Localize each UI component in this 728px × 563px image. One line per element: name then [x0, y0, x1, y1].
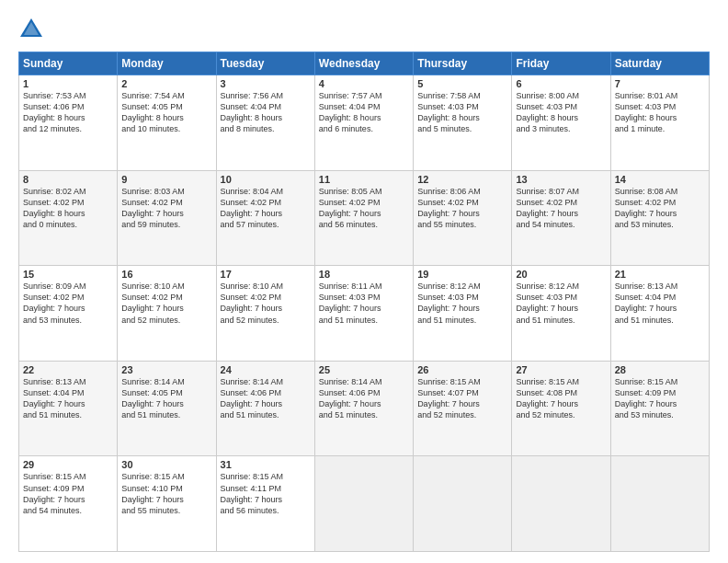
cell-info: Sunrise: 8:14 AM Sunset: 4:06 PM Dayligh…: [221, 376, 311, 421]
cell-info: Sunrise: 8:15 AM Sunset: 4:09 PM Dayligh…: [615, 376, 705, 421]
day-number: 6: [516, 78, 606, 89]
calendar-cell: 11Sunrise: 8:05 AM Sunset: 4:02 PM Dayli…: [314, 170, 413, 266]
page: SundayMondayTuesdayWednesdayThursdayFrid…: [0, 0, 728, 563]
day-number: 5: [417, 78, 507, 89]
calendar-cell: 3Sunrise: 7:56 AM Sunset: 4:04 PM Daylig…: [216, 75, 314, 171]
calendar-cell: 12Sunrise: 8:06 AM Sunset: 4:02 PM Dayli…: [414, 170, 512, 266]
day-number: 8: [23, 174, 113, 185]
calendar-header-monday: Monday: [118, 52, 216, 75]
day-number: 22: [23, 364, 113, 375]
cell-info: Sunrise: 7:57 AM Sunset: 4:04 PM Dayligh…: [319, 90, 409, 135]
calendar-cell: 28Sunrise: 8:15 AM Sunset: 4:09 PM Dayli…: [610, 361, 709, 456]
cell-info: Sunrise: 8:10 AM Sunset: 4:02 PM Dayligh…: [121, 281, 211, 326]
logo-icon: [18, 17, 44, 42]
day-number: 16: [121, 269, 211, 280]
calendar-cell: 26Sunrise: 8:15 AM Sunset: 4:07 PM Dayli…: [414, 361, 512, 456]
calendar-cell: 20Sunrise: 8:12 AM Sunset: 4:03 PM Dayli…: [512, 266, 610, 362]
cell-info: Sunrise: 8:03 AM Sunset: 4:02 PM Dayligh…: [121, 186, 211, 231]
calendar-header-row: SundayMondayTuesdayWednesdayThursdayFrid…: [19, 52, 710, 75]
calendar-cell: [512, 456, 610, 552]
calendar-cell: 25Sunrise: 8:14 AM Sunset: 4:06 PM Dayli…: [314, 361, 413, 456]
cell-info: Sunrise: 8:15 AM Sunset: 4:09 PM Dayligh…: [23, 471, 113, 516]
cell-info: Sunrise: 8:02 AM Sunset: 4:02 PM Dayligh…: [23, 186, 113, 231]
cell-info: Sunrise: 8:04 AM Sunset: 4:02 PM Dayligh…: [221, 186, 311, 231]
calendar-header-wednesday: Wednesday: [314, 52, 413, 75]
header: [18, 17, 710, 42]
day-number: 31: [221, 459, 311, 470]
calendar-header-saturday: Saturday: [610, 52, 709, 75]
cell-info: Sunrise: 8:01 AM Sunset: 4:03 PM Dayligh…: [615, 90, 705, 135]
calendar-cell: 30Sunrise: 8:15 AM Sunset: 4:10 PM Dayli…: [118, 456, 216, 552]
cell-info: Sunrise: 7:53 AM Sunset: 4:06 PM Dayligh…: [23, 90, 113, 135]
cell-info: Sunrise: 8:07 AM Sunset: 4:02 PM Dayligh…: [516, 186, 606, 231]
calendar-week-row: 1Sunrise: 7:53 AM Sunset: 4:06 PM Daylig…: [19, 75, 710, 171]
calendar-cell: 31Sunrise: 8:15 AM Sunset: 4:11 PM Dayli…: [216, 456, 314, 552]
day-number: 27: [516, 364, 606, 375]
cell-info: Sunrise: 8:10 AM Sunset: 4:02 PM Dayligh…: [221, 281, 311, 326]
calendar-cell: 27Sunrise: 8:15 AM Sunset: 4:08 PM Dayli…: [512, 361, 610, 456]
calendar-week-row: 15Sunrise: 8:09 AM Sunset: 4:02 PM Dayli…: [19, 266, 710, 362]
day-number: 2: [121, 78, 211, 89]
calendar-cell: 22Sunrise: 8:13 AM Sunset: 4:04 PM Dayli…: [19, 361, 118, 456]
calendar-cell: 1Sunrise: 7:53 AM Sunset: 4:06 PM Daylig…: [19, 75, 118, 171]
calendar-week-row: 29Sunrise: 8:15 AM Sunset: 4:09 PM Dayli…: [19, 456, 710, 552]
day-number: 19: [417, 269, 507, 280]
cell-info: Sunrise: 7:56 AM Sunset: 4:04 PM Dayligh…: [221, 90, 311, 135]
day-number: 1: [23, 78, 113, 89]
cell-info: Sunrise: 8:15 AM Sunset: 4:10 PM Dayligh…: [121, 471, 211, 516]
calendar-header-tuesday: Tuesday: [216, 52, 314, 75]
calendar-cell: 8Sunrise: 8:02 AM Sunset: 4:02 PM Daylig…: [19, 170, 118, 266]
calendar-cell: 13Sunrise: 8:07 AM Sunset: 4:02 PM Dayli…: [512, 170, 610, 266]
cell-info: Sunrise: 8:14 AM Sunset: 4:06 PM Dayligh…: [319, 376, 409, 421]
calendar-cell: 29Sunrise: 8:15 AM Sunset: 4:09 PM Dayli…: [19, 456, 118, 552]
day-number: 30: [121, 459, 211, 470]
cell-info: Sunrise: 8:15 AM Sunset: 4:07 PM Dayligh…: [417, 376, 507, 421]
cell-info: Sunrise: 8:13 AM Sunset: 4:04 PM Dayligh…: [23, 376, 113, 421]
calendar-cell: 10Sunrise: 8:04 AM Sunset: 4:02 PM Dayli…: [216, 170, 314, 266]
day-number: 18: [319, 269, 409, 280]
cell-info: Sunrise: 8:14 AM Sunset: 4:05 PM Dayligh…: [121, 376, 211, 421]
day-number: 11: [319, 174, 409, 185]
calendar-header-thursday: Thursday: [414, 52, 512, 75]
day-number: 15: [23, 269, 113, 280]
calendar-cell: 4Sunrise: 7:57 AM Sunset: 4:04 PM Daylig…: [314, 75, 413, 171]
cell-info: Sunrise: 8:15 AM Sunset: 4:08 PM Dayligh…: [516, 376, 606, 421]
cell-info: Sunrise: 8:09 AM Sunset: 4:02 PM Dayligh…: [23, 281, 113, 326]
calendar-cell: [314, 456, 413, 552]
calendar-header-friday: Friday: [512, 52, 610, 75]
calendar-cell: 14Sunrise: 8:08 AM Sunset: 4:02 PM Dayli…: [610, 170, 709, 266]
day-number: 21: [615, 269, 705, 280]
day-number: 13: [516, 174, 606, 185]
cell-info: Sunrise: 8:12 AM Sunset: 4:03 PM Dayligh…: [516, 281, 606, 326]
calendar-cell: 17Sunrise: 8:10 AM Sunset: 4:02 PM Dayli…: [216, 266, 314, 362]
calendar-cell: 19Sunrise: 8:12 AM Sunset: 4:03 PM Dayli…: [414, 266, 512, 362]
calendar-header-sunday: Sunday: [19, 52, 118, 75]
cell-info: Sunrise: 8:00 AM Sunset: 4:03 PM Dayligh…: [516, 90, 606, 135]
calendar-cell: 6Sunrise: 8:00 AM Sunset: 4:03 PM Daylig…: [512, 75, 610, 171]
cell-info: Sunrise: 8:11 AM Sunset: 4:03 PM Dayligh…: [319, 281, 409, 326]
day-number: 3: [221, 78, 311, 89]
logo: [18, 17, 48, 42]
day-number: 29: [23, 459, 113, 470]
calendar-cell: 23Sunrise: 8:14 AM Sunset: 4:05 PM Dayli…: [118, 361, 216, 456]
calendar-table: SundayMondayTuesdayWednesdayThursdayFrid…: [18, 52, 710, 552]
calendar-cell: 2Sunrise: 7:54 AM Sunset: 4:05 PM Daylig…: [118, 75, 216, 171]
calendar-week-row: 8Sunrise: 8:02 AM Sunset: 4:02 PM Daylig…: [19, 170, 710, 266]
cell-info: Sunrise: 8:15 AM Sunset: 4:11 PM Dayligh…: [221, 471, 311, 516]
cell-info: Sunrise: 7:54 AM Sunset: 4:05 PM Dayligh…: [121, 90, 211, 135]
calendar-cell: 15Sunrise: 8:09 AM Sunset: 4:02 PM Dayli…: [19, 266, 118, 362]
day-number: 7: [615, 78, 705, 89]
day-number: 23: [121, 364, 211, 375]
calendar-cell: 18Sunrise: 8:11 AM Sunset: 4:03 PM Dayli…: [314, 266, 413, 362]
cell-info: Sunrise: 8:12 AM Sunset: 4:03 PM Dayligh…: [417, 281, 507, 326]
cell-info: Sunrise: 7:58 AM Sunset: 4:03 PM Dayligh…: [417, 90, 507, 135]
cell-info: Sunrise: 8:06 AM Sunset: 4:02 PM Dayligh…: [417, 186, 507, 231]
cell-info: Sunrise: 8:08 AM Sunset: 4:02 PM Dayligh…: [615, 186, 705, 231]
day-number: 12: [417, 174, 507, 185]
calendar-cell: 7Sunrise: 8:01 AM Sunset: 4:03 PM Daylig…: [610, 75, 709, 171]
day-number: 9: [121, 174, 211, 185]
calendar-cell: 24Sunrise: 8:14 AM Sunset: 4:06 PM Dayli…: [216, 361, 314, 456]
day-number: 17: [221, 269, 311, 280]
day-number: 26: [417, 364, 507, 375]
calendar-cell: 21Sunrise: 8:13 AM Sunset: 4:04 PM Dayli…: [610, 266, 709, 362]
